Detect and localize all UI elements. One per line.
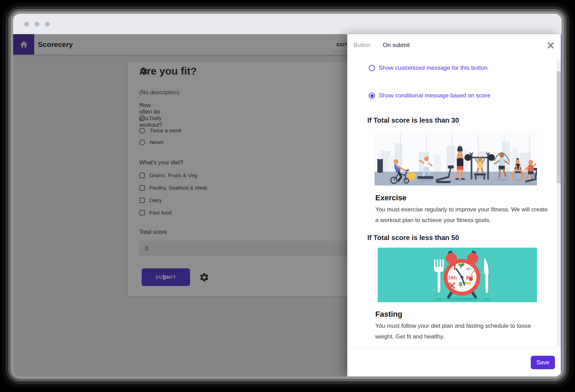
radio-label: Show customized message for this button (379, 65, 488, 71)
radio-label: Show conditional message based on score (379, 92, 490, 99)
app-area: Scorecery EDIT Are you fit? (No descript… (13, 34, 562, 376)
window-dot[interactable] (45, 22, 50, 27)
panel-scrollbar-thumb[interactable] (557, 71, 561, 183)
window-dot[interactable] (24, 22, 29, 27)
close-icon (547, 42, 554, 49)
condition-title: Fasting (375, 310, 402, 319)
panel-edge-accent (561, 34, 562, 376)
gym-illustration (375, 132, 537, 185)
window-dot[interactable] (35, 22, 39, 27)
condition-description: You must exercise regularly to improve y… (375, 204, 548, 226)
on-submit-panel: Button On submit Show customized message… (347, 34, 562, 376)
condition-heading: If Total score is less than 50 (367, 234, 459, 242)
radio-customized-message[interactable]: Show customized message for this button (369, 65, 488, 71)
radio-circle[interactable] (369, 65, 375, 71)
window-titlebar (13, 14, 562, 34)
close-button[interactable] (545, 40, 556, 51)
svg-text:8h: 8h (466, 275, 472, 280)
condition-heading: If Total score is less than 30 (367, 116, 459, 124)
browser-window: Scorecery EDIT Are you fit? (No descript… (13, 14, 562, 376)
tab-button[interactable]: Button (354, 34, 370, 56)
save-button[interactable]: Save (531, 356, 555, 369)
screenshot-stage: Scorecery EDIT Are you fit? (No descript… (0, 0, 575, 392)
tab-on-submit[interactable]: On submit (383, 34, 409, 56)
fasting-illustration: 16h 8h (378, 248, 537, 302)
footer-divider (347, 348, 562, 348)
condition-description: You must follow your diet plan and fasti… (375, 321, 548, 342)
radio-circle[interactable] (369, 93, 375, 99)
radio-conditional-message[interactable]: Show conditional message based on score (369, 92, 490, 99)
condition-title: Exercise (375, 193, 407, 202)
svg-text:16h: 16h (448, 275, 457, 280)
